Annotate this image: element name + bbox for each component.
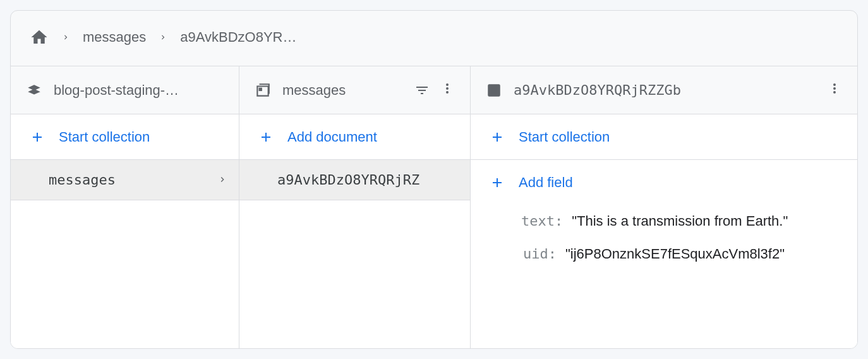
collection-column-header: messages <box>239 66 470 114</box>
chevron-right-icon <box>61 29 70 46</box>
field-key: text: <box>521 213 563 229</box>
doc-start-collection-button[interactable]: Start collection <box>471 114 857 160</box>
svg-rect-0 <box>259 87 262 90</box>
document-fields: text: "This is a transmission from Earth… <box>471 205 857 275</box>
document-field[interactable]: text: "This is a transmission from Earth… <box>521 213 838 229</box>
plus-icon <box>490 175 505 190</box>
collection-name: messages <box>49 172 217 188</box>
document-field[interactable]: uid: "ij6P8OnznkSE7fESquxAcVm8l3f2" <box>521 246 838 262</box>
overflow-menu-icon[interactable] <box>440 81 455 100</box>
collection-list-item[interactable]: messages <box>11 160 239 200</box>
field-value: "ij6P8OnznkSE7fESquxAcVm8l3f2" <box>565 246 785 262</box>
overflow-menu-icon[interactable] <box>827 81 842 100</box>
document-icon <box>486 82 502 99</box>
start-collection-button[interactable]: Start collection <box>11 114 239 160</box>
plus-icon <box>258 130 274 145</box>
document-column: a9AvkBDzO8YRQRjRZZGb Start collection Ad… <box>471 66 857 348</box>
project-name: blog-post-staging-… <box>54 82 224 99</box>
doc-start-collection-label: Start collection <box>519 129 610 145</box>
project-column: blog-post-staging-… Start collection mes… <box>11 66 239 348</box>
breadcrumb-collection[interactable]: messages <box>83 29 146 46</box>
field-key: uid: <box>521 246 557 262</box>
breadcrumb-document[interactable]: a9AvkBDzO8YR… <box>180 29 296 46</box>
project-column-header: blog-post-staging-… <box>11 66 239 114</box>
add-document-label: Add document <box>287 129 377 145</box>
document-list-item[interactable]: a9AvkBDzO8YRQRjRZ <box>239 160 470 200</box>
firestore-panel: messages a9AvkBDzO8YR… blog-post-staging… <box>10 10 858 349</box>
plus-icon <box>490 130 505 145</box>
chevron-right-icon <box>159 29 167 46</box>
start-collection-label: Start collection <box>59 129 150 145</box>
document-column-header: a9AvkBDzO8YRQRjRZZGb <box>471 66 857 114</box>
breadcrumb: messages a9AvkBDzO8YR… <box>11 11 857 66</box>
document-title: a9AvkBDzO8YRQRjRZZGb <box>514 82 816 98</box>
field-value: "This is a transmission from Earth." <box>572 213 788 229</box>
add-field-label: Add field <box>519 174 573 191</box>
document-id: a9AvkBDzO8YRQRjRZ <box>277 172 459 188</box>
collection-icon <box>255 82 271 99</box>
chevron-right-icon <box>217 172 227 188</box>
plus-icon <box>30 130 45 145</box>
columns: blog-post-staging-… Start collection mes… <box>11 66 857 348</box>
collection-title: messages <box>282 82 403 99</box>
database-root-icon <box>26 82 42 99</box>
collection-column: messages Add document a9AvkBDzO8YRQRjRZ <box>239 66 471 348</box>
home-icon[interactable] <box>30 28 49 47</box>
add-document-button[interactable]: Add document <box>239 114 470 160</box>
add-field-button[interactable]: Add field <box>471 160 857 205</box>
filter-icon[interactable] <box>414 83 430 98</box>
